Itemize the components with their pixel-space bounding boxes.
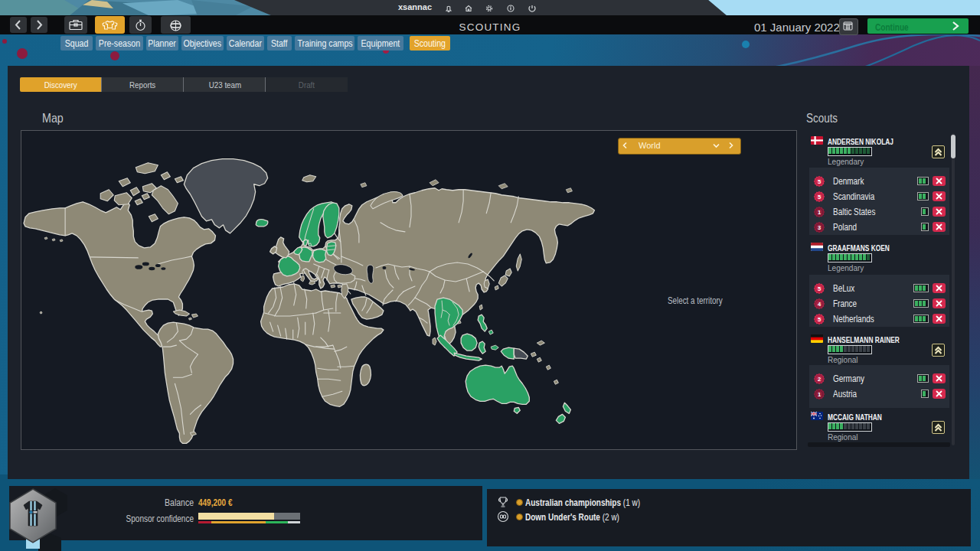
svg-text:2: 2	[818, 376, 821, 383]
svg-text:1: 1	[818, 209, 821, 216]
svg-text:World: World	[639, 141, 661, 150]
svg-text:3: 3	[818, 224, 821, 231]
svg-text:5: 5	[818, 178, 821, 185]
svg-text:5: 5	[818, 194, 821, 201]
svg-text:5: 5	[818, 316, 821, 323]
svg-text:5: 5	[818, 285, 821, 292]
svg-text:1: 1	[818, 391, 821, 398]
